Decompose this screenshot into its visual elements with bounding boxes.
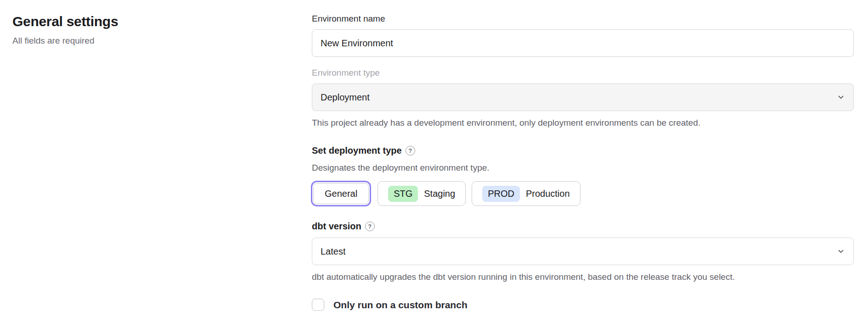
deployment-type-general-button[interactable]: General	[313, 183, 369, 204]
environment-name-input[interactable]	[312, 29, 854, 57]
chevron-down-icon	[837, 93, 845, 101]
deployment-type-description: Designates the deployment environment ty…	[312, 163, 854, 173]
environment-type-value: Deployment	[321, 92, 370, 103]
deployment-type-staging-button[interactable]: STG Staging	[378, 181, 466, 206]
environment-form: Environment name Environment type Deploy…	[312, 14, 854, 311]
deployment-type-production-label: Production	[526, 189, 570, 199]
dbt-version-value: Latest	[321, 246, 345, 257]
deployment-type-options: General STG Staging PROD Production	[312, 181, 854, 206]
page-title: General settings	[12, 14, 288, 29]
help-icon[interactable]: ?	[406, 146, 415, 156]
chevron-down-icon	[837, 247, 845, 255]
deployment-type-general-label: General	[325, 189, 357, 199]
environment-name-label: Environment name	[312, 14, 854, 24]
environment-type-label: Environment type	[312, 68, 854, 78]
general-settings-page: General settings All fields are required…	[0, 0, 868, 311]
custom-branch-checkbox[interactable]	[312, 299, 324, 311]
dbt-version-select[interactable]: Latest	[312, 238, 854, 265]
dbt-version-helper: dbt automatically upgrades the dbt versi…	[312, 272, 854, 282]
environment-type-select: Deployment	[312, 83, 854, 111]
deployment-type-staging-label: Staging	[424, 189, 455, 199]
staging-badge: STG	[388, 186, 418, 202]
deployment-type-heading-text: Set deployment type	[312, 145, 402, 156]
production-badge: PROD	[482, 186, 520, 202]
help-icon[interactable]: ?	[365, 222, 375, 231]
environment-type-helper: This project already has a development e…	[312, 118, 854, 128]
custom-branch-label: Only run on a custom branch	[333, 300, 468, 311]
settings-header: General settings All fields are required	[12, 14, 288, 46]
deployment-type-production-button[interactable]: PROD Production	[472, 181, 580, 206]
dbt-version-section: dbt version ?	[312, 221, 854, 232]
deployment-type-heading: Set deployment type ?	[312, 145, 854, 156]
dbt-version-heading: dbt version ?	[312, 221, 854, 232]
page-subtitle: All fields are required	[12, 36, 288, 46]
custom-branch-row[interactable]: Only run on a custom branch	[312, 299, 854, 311]
dbt-version-heading-text: dbt version	[312, 221, 361, 232]
